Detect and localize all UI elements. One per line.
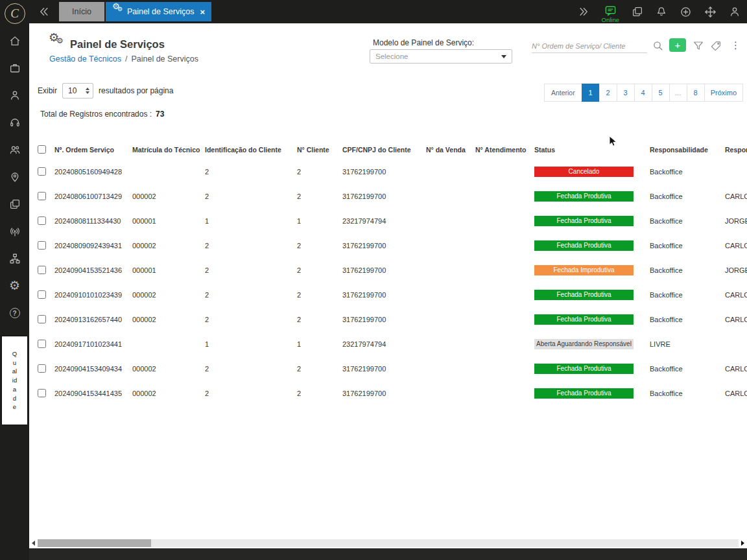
model-select-label: Modelo de Painel de Serviço:	[373, 38, 474, 47]
qualidade-side-tab[interactable]: Qualidade	[1, 336, 28, 425]
scrollbar-thumb[interactable]	[38, 539, 151, 547]
row-checkbox[interactable]	[38, 167, 46, 176]
search-icon[interactable]	[652, 40, 664, 52]
tab-label: Início	[72, 7, 91, 16]
users-group-icon[interactable]	[9, 144, 21, 156]
row-checkbox[interactable]	[38, 340, 46, 348]
search-input[interactable]	[532, 39, 647, 53]
broadcast-icon[interactable]	[9, 226, 21, 237]
bell-icon[interactable]	[656, 6, 667, 18]
cell-responsavel: CARLOS	[725, 365, 747, 373]
cell-n-cliente: 2	[297, 192, 342, 200]
gear-icon[interactable]: ⚙	[9, 280, 21, 292]
table-row[interactable]: 20240917101023441 1 1 23217974794 Aberta…	[29, 332, 747, 356]
tab-painel-de-servicos[interactable]: ⚙⚙ Painel de Serviços ×	[106, 2, 211, 21]
cell-identificacao-cliente: 2	[205, 168, 297, 176]
cell-n-cliente: 2	[297, 365, 342, 373]
cell-identificacao-cliente: 2	[205, 242, 297, 250]
page-button-2[interactable]: 2	[599, 84, 617, 102]
qualidade-label: Qualidade	[12, 349, 18, 412]
cell-responsavel: CARLOS	[725, 192, 747, 200]
next-page-button[interactable]: Próximo	[704, 84, 743, 102]
row-checkbox[interactable]	[38, 216, 46, 225]
model-select[interactable]: Selecione	[370, 49, 512, 64]
exibir-label: Exibir	[38, 86, 57, 95]
per-page-label: resultados por página	[99, 86, 173, 95]
plus-circle-icon[interactable]	[680, 6, 692, 18]
sitemap-icon[interactable]	[9, 253, 21, 264]
online-status-label: Online	[602, 17, 619, 23]
cell-responsavel: CARLOS	[725, 242, 747, 250]
help-icon[interactable]: ?	[9, 307, 21, 319]
table-body: 20240805160949428 2 2 31762199700 Cancel…	[29, 159, 747, 406]
move-arrows-icon[interactable]	[704, 6, 717, 18]
page-button-8[interactable]: 8	[687, 84, 705, 102]
cell-responsabilidade: Backoffice	[650, 390, 725, 397]
profile-icon[interactable]	[729, 6, 741, 18]
cell-responsabilidade: Backoffice	[650, 291, 725, 299]
table-row[interactable]: 20240904153521436 000001 2 2 31762199700…	[29, 258, 747, 283]
copy-pages-icon[interactable]	[9, 198, 21, 210]
tab-inicio[interactable]: Início	[59, 2, 104, 21]
breadcrumb-parent-link[interactable]: Gestão de Técnicos	[49, 54, 121, 64]
cell-n-cliente: 2	[297, 168, 342, 176]
cell-matricula: 000002	[132, 291, 205, 299]
table-row[interactable]: 20240904153409434 000002 2 2 31762199700…	[29, 356, 747, 381]
page-button-1[interactable]: 1	[582, 84, 600, 102]
tag-icon[interactable]	[710, 40, 722, 52]
row-checkbox[interactable]	[38, 241, 46, 250]
row-checkbox[interactable]	[38, 266, 46, 274]
cell-cpf-cnpj: 23217974794	[342, 340, 426, 348]
home-icon[interactable]	[9, 35, 21, 47]
rewind-icon[interactable]	[38, 6, 50, 18]
cell-responsabilidade: Backoffice	[650, 266, 725, 274]
table-row[interactable]: 20240805160949428 2 2 31762199700 Cancel…	[29, 159, 747, 184]
chevron-down-icon	[501, 55, 506, 58]
headset-icon[interactable]	[9, 117, 21, 128]
row-checkbox[interactable]	[38, 290, 46, 299]
topbar: Início ⚙⚙ Painel de Serviços × Online	[29, 0, 747, 23]
cell-responsabilidade: Backoffice	[650, 192, 725, 200]
table-row[interactable]: 20240808111334430 000001 1 1 23217974794…	[29, 209, 747, 233]
scroll-left-arrow[interactable]	[32, 541, 35, 546]
app-window: C	[0, 0, 747, 560]
table-row[interactable]: 20240806100713429 000002 2 2 31762199700…	[29, 184, 747, 209]
table-row[interactable]: 20240910101023439 000002 2 2 31762199700…	[29, 283, 747, 307]
scroll-right-arrow[interactable]	[741, 541, 744, 546]
cell-cpf-cnpj: 31762199700	[342, 192, 426, 200]
chat-status[interactable]: Online	[602, 5, 619, 23]
table-row[interactable]: 20240809092439431 000002 2 2 31762199700…	[29, 233, 747, 258]
row-checkbox[interactable]	[38, 389, 46, 397]
status-badge: Fechada Produtiva	[534, 364, 634, 374]
copy-windows-icon[interactable]	[632, 6, 643, 18]
services-gears-icon: ⚙⚙	[112, 6, 123, 17]
filter-funnel-icon[interactable]	[693, 40, 704, 52]
page-button-4[interactable]: 4	[634, 84, 652, 102]
cell-n-cliente: 1	[297, 340, 342, 348]
column-header: Nº. Ordem Serviço	[54, 146, 132, 154]
status-badge: Fechada Produtiva	[534, 191, 634, 202]
add-button[interactable]: +	[669, 38, 686, 52]
row-checkbox[interactable]	[38, 192, 46, 200]
breadcrumb: Gestão de Técnicos / Painel de Serviços	[49, 54, 198, 64]
select-all-checkbox[interactable]	[38, 145, 46, 154]
cell-ordem-servico: 20240904153409434	[54, 365, 132, 373]
map-pin-icon[interactable]	[9, 171, 21, 183]
fast-forward-icon[interactable]	[578, 6, 589, 18]
row-checkbox[interactable]	[38, 315, 46, 323]
table-row[interactable]: 20240904153441435 000002 2 2 31762199700…	[29, 381, 747, 406]
kebab-menu-icon[interactable]: ⋮	[731, 38, 741, 52]
scrollbar-track[interactable]	[38, 539, 739, 547]
row-checkbox[interactable]	[38, 364, 46, 373]
page-button-5[interactable]: 5	[652, 84, 670, 102]
page-title: Painel de Serviços	[70, 38, 165, 51]
user-icon[interactable]	[9, 89, 21, 101]
model-select-value: Selecione	[375, 52, 409, 60]
page-button-3[interactable]: 3	[617, 84, 635, 102]
status-badge: Fechada Improdutiva	[534, 265, 634, 275]
close-icon[interactable]: ×	[200, 7, 205, 17]
page-size-select[interactable]: 10	[62, 83, 93, 99]
table-row[interactable]: 20240913162657440 000002 2 2 31762199700…	[29, 307, 747, 332]
briefcase-icon[interactable]	[9, 62, 21, 74]
previous-page-button[interactable]: Anterior	[544, 84, 582, 102]
